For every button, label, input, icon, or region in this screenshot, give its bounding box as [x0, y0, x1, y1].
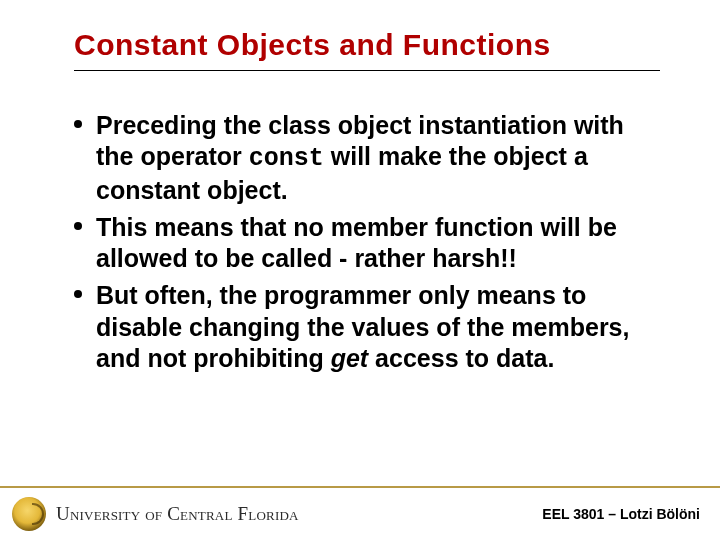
slide-body: Preceding the class object instantiation…: [74, 110, 660, 380]
university-seal-icon: [12, 497, 46, 531]
bullet-item: But often, the programmer only means to …: [74, 280, 660, 374]
italic-word: get: [331, 344, 369, 372]
bullet-text: This means that no member function will …: [96, 213, 617, 272]
bullet-dot-icon: [74, 290, 82, 298]
code-keyword: const: [249, 144, 324, 173]
bullet-dot-icon: [74, 222, 82, 230]
slide-title: Constant Objects and Functions: [74, 28, 660, 71]
bullet-dot-icon: [74, 120, 82, 128]
university-brand: University of Central Florida: [12, 497, 299, 531]
slide: Constant Objects and Functions Preceding…: [0, 0, 720, 540]
bullet-text: access to data.: [368, 344, 554, 372]
course-footer: EEL 3801 – Lotzi Bölöni: [542, 506, 700, 522]
bullet-item: Preceding the class object instantiation…: [74, 110, 660, 206]
university-name: University of Central Florida: [56, 503, 299, 525]
footer: University of Central Florida EEL 3801 –…: [0, 486, 720, 540]
bullet-item: This means that no member function will …: [74, 212, 660, 275]
